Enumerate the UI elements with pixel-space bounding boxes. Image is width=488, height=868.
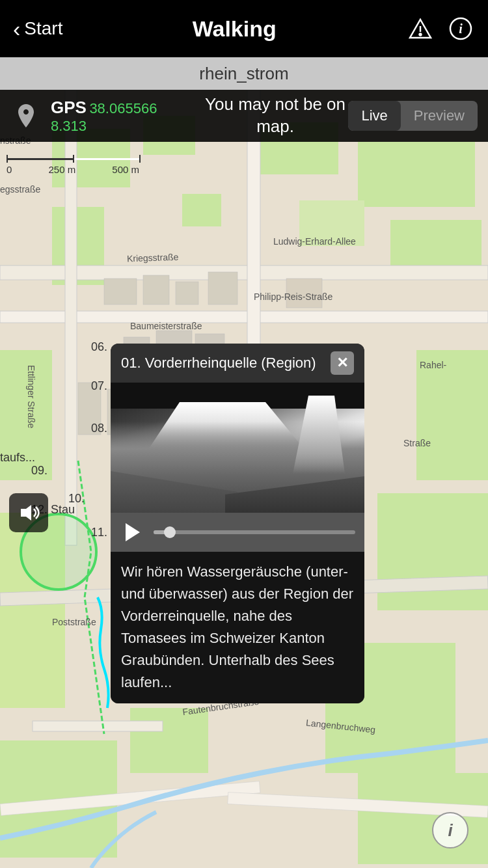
scale-label-far: 500 m [112, 164, 139, 175]
svg-rect-9 [358, 142, 475, 207]
popup-close-button[interactable]: ✕ [331, 351, 354, 375]
live-preview-toggle[interactable]: Live Preview [348, 101, 478, 131]
scale-label-zero: 0 [7, 164, 12, 175]
gps-coords: GPS 38.065566 8.313 [46, 98, 202, 135]
progress-dot [164, 526, 176, 538]
waypoint-06: 06. [91, 340, 107, 354]
scale-label-mid: 250 m [48, 164, 75, 175]
street-label-baumeister: Baumeisterstraße [130, 321, 202, 331]
svg-rect-21 [358, 773, 488, 864]
street-label-ettlinger: Ettlinger Straße [26, 365, 36, 428]
popup-title: 01. Vorderrheinquelle (Region) [121, 355, 316, 372]
warning-button[interactable] [406, 14, 435, 43]
sub-header: rhein_strom [0, 57, 488, 90]
svg-rect-32 [176, 282, 198, 305]
gps-bar: GPS 38.065566 8.313 You may not be on ma… [0, 90, 488, 142]
waypoint-08: 08. [91, 422, 107, 435]
gps-label: GPS [51, 98, 87, 117]
gps-icon-container [7, 96, 46, 135]
nav-icons: i [406, 14, 475, 43]
info-button[interactable]: i [446, 14, 475, 43]
svg-rect-30 [104, 278, 137, 305]
nav-title: Walking [193, 16, 277, 42]
street-label-kriegsstrasse: Kriegsstraße [127, 252, 179, 264]
progress-bar[interactable] [154, 530, 355, 534]
preview-toggle-button[interactable]: Preview [401, 101, 478, 131]
popup-player [111, 513, 364, 552]
info-icon-bottom: i [448, 821, 452, 841]
sound-icon[interactable] [9, 493, 48, 532]
popup-text-area: Wir hören Wassergeräusche (unter- und üb… [111, 552, 364, 703]
svg-text:i: i [459, 21, 463, 36]
waypoint-taufs: taufs... [0, 451, 35, 465]
play-button[interactable] [120, 519, 146, 545]
svg-rect-31 [143, 275, 169, 305]
svg-point-2 [419, 34, 421, 36]
gps-coord-green: 38.065566 [89, 100, 157, 116]
location-icon [12, 102, 40, 130]
svg-rect-18 [130, 708, 208, 773]
play-triangle-icon [126, 523, 140, 541]
video-thumbnail [111, 383, 364, 513]
svg-marker-40 [21, 505, 31, 521]
street-label-ludwig: Ludwig-Erhard-Allee [273, 236, 356, 247]
scale-bar: 0 250 m 500 m [7, 155, 141, 175]
info-button-bottom[interactable]: i [432, 812, 468, 848]
sub-header-title: rhein_strom [199, 64, 288, 84]
back-label: Start [24, 18, 62, 39]
svg-rect-17 [377, 493, 488, 610]
gps-warning-text: You may not be on map. [202, 94, 349, 138]
street-label-post: Poststraße [52, 617, 96, 627]
back-chevron: ‹ [13, 18, 20, 40]
live-toggle-button[interactable]: Live [348, 101, 400, 131]
street-label-egsstrasse: egsstraße [0, 184, 40, 195]
street-label-strasse: Straße [403, 438, 431, 448]
popup-card: 01. Vorderrheinquelle (Region) ✕ [111, 344, 364, 703]
waypoint-11: 11. [91, 526, 107, 539]
svg-rect-33 [208, 272, 237, 305]
popup-video[interactable] [111, 383, 364, 513]
speaker-icon [17, 501, 40, 524]
map-area[interactable]: 0 250 m 500 m Kriegsstraße Ludwig-Erhard… [0, 90, 488, 868]
svg-rect-27 [33, 721, 163, 731]
svg-rect-13 [182, 194, 221, 226]
gps-coord-green2: 8.313 [51, 118, 87, 134]
popup-description: Wir hören Wassergeräusche (unter- und üb… [121, 561, 354, 694]
popup-header: 01. Vorderrheinquelle (Region) ✕ [111, 344, 364, 383]
svg-rect-10 [390, 220, 481, 272]
street-label-rahel: Rahel- [420, 360, 446, 370]
waypoint-07: 07. [91, 379, 107, 393]
nav-bar: ‹ Start Walking i [0, 0, 488, 57]
waypoint-09: 09. [31, 464, 47, 478]
back-button[interactable]: ‹ Start [13, 18, 62, 40]
street-label-philipp: Philipp-Reis-Straße [254, 292, 332, 302]
